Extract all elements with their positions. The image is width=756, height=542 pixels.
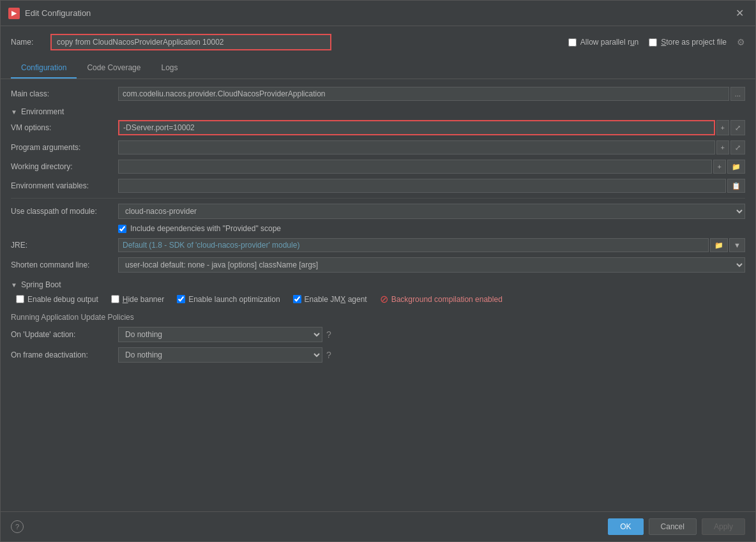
include-deps-row: Include dependencies with "Provided" sco…	[118, 224, 745, 233]
bottom-right: OK Cancel Apply	[608, 518, 745, 535]
on-frame-select[interactable]: Do nothing	[118, 347, 322, 363]
include-deps-label: Include dependencies with "Provided" sco…	[130, 224, 281, 233]
allow-parallel-row: Allow parallel run	[568, 38, 639, 47]
working-dir-browse-btn[interactable]: 📁	[727, 160, 745, 174]
jre-label: JRE:	[11, 241, 113, 250]
classpath-label: Use classpath of module:	[11, 207, 113, 216]
help-button[interactable]: ?	[11, 520, 24, 533]
ok-button[interactable]: OK	[608, 518, 643, 535]
enable-debug-checkbox[interactable]	[16, 295, 24, 303]
enable-debug-label: Enable debug output	[27, 295, 98, 304]
spring-boot-title: Spring Boot	[21, 280, 61, 289]
working-dir-add-btn[interactable]: +	[713, 160, 726, 174]
on-update-select-wrapper: Do nothing ?	[118, 327, 745, 342]
vm-options-expand2-btn[interactable]: ⤢	[730, 120, 745, 135]
bottom-bar: ? OK Cancel Apply	[1, 511, 755, 541]
spring-boot-arrow: ▼	[11, 282, 17, 289]
main-class-row: Main class: ...	[11, 87, 745, 101]
on-update-label: On 'Update' action:	[11, 330, 113, 339]
vm-options-row: VM options: + ⤢	[11, 120, 745, 135]
app-icon: ▶	[8, 8, 20, 19]
on-frame-select-wrapper: Do nothing ?	[118, 347, 745, 363]
hide-banner-label: Hide banner	[123, 295, 164, 304]
running-app-section: Running Application Update Policies On '…	[11, 313, 745, 363]
vm-options-label: VM options:	[11, 123, 113, 132]
enable-launch-option: Enable launch optimization	[177, 295, 280, 304]
jre-input-wrapper: 📁 ▼	[118, 238, 745, 252]
apply-button[interactable]: Apply	[702, 518, 745, 535]
running-app-title: Running Application Update Policies	[11, 313, 745, 322]
vm-options-input-wrapper: + ⤢	[118, 120, 745, 135]
working-dir-row: Working directory: + 📁	[11, 160, 745, 174]
bg-compilation-label: Background compilation enabled	[391, 295, 503, 304]
vm-options-input[interactable]	[118, 120, 715, 135]
working-dir-label: Working directory:	[11, 162, 113, 171]
working-dir-input-wrapper: + 📁	[118, 160, 745, 174]
on-update-select[interactable]: Do nothing	[118, 327, 322, 342]
jre-input[interactable]	[118, 238, 709, 252]
on-update-row: On 'Update' action: Do nothing ?	[11, 327, 745, 342]
separator-1	[11, 198, 745, 199]
close-button[interactable]: ✕	[732, 6, 748, 20]
store-project-checkbox[interactable]	[649, 38, 657, 47]
name-row: Name: Allow parallel run Store as projec…	[1, 26, 755, 58]
hide-banner-checkbox[interactable]	[111, 295, 119, 303]
environment-collapse-arrow: ▼	[11, 109, 17, 116]
name-input[interactable]	[50, 34, 331, 50]
enable-jmx-option: Enable JMX agent	[293, 295, 367, 304]
allow-parallel-checkbox[interactable]	[568, 38, 577, 47]
env-vars-input[interactable]	[118, 179, 726, 193]
environment-section-toggle[interactable]: ▼ Environment	[11, 107, 745, 116]
title-bar: ▶ Edit Configuration ✕	[1, 1, 755, 26]
env-vars-copy-btn[interactable]: 📋	[727, 179, 745, 193]
program-args-input[interactable]	[118, 140, 715, 154]
env-vars-row: Environment variables: 📋	[11, 179, 745, 193]
vm-options-expand-btn[interactable]: +	[716, 120, 729, 135]
jre-dropdown-btn[interactable]: ▼	[729, 238, 745, 252]
name-input-wrapper	[50, 34, 331, 50]
jre-row: JRE: 📁 ▼	[11, 238, 745, 252]
shorten-cmd-row: Shorten command line: user-local default…	[11, 257, 745, 273]
on-frame-help-icon[interactable]: ?	[326, 350, 331, 360]
dialog-title: Edit Configuration	[25, 8, 91, 18]
program-args-input-wrapper: + ⤢	[118, 140, 745, 154]
env-vars-input-wrapper: 📋	[118, 179, 745, 193]
cancel-button[interactable]: Cancel	[649, 518, 697, 535]
title-bar-left: ▶ Edit Configuration	[8, 8, 91, 19]
env-vars-label: Environment variables:	[11, 181, 113, 190]
enable-launch-checkbox[interactable]	[177, 295, 185, 303]
tab-code-coverage[interactable]: Code Coverage	[77, 58, 151, 79]
on-frame-label: On frame deactivation:	[11, 350, 113, 359]
jre-browse-btn[interactable]: 📁	[710, 238, 728, 252]
main-class-input-wrapper: ...	[118, 87, 745, 101]
store-project-row: Store as project file	[649, 38, 727, 47]
program-args-row: Program arguments: + ⤢	[11, 140, 745, 154]
classpath-row: Use classpath of module: cloud-nacos-pro…	[11, 204, 745, 219]
spring-boot-toggle[interactable]: ▼ Spring Boot	[11, 280, 745, 289]
program-args-label: Program arguments:	[11, 143, 113, 152]
tab-configuration[interactable]: Configuration	[11, 58, 77, 79]
main-class-input[interactable]	[118, 87, 729, 101]
on-update-help-icon[interactable]: ?	[326, 329, 331, 340]
main-class-label: Main class:	[11, 89, 113, 98]
include-deps-checkbox[interactable]	[118, 225, 126, 233]
shorten-cmd-select[interactable]: user-local default: none - java [options…	[118, 257, 745, 273]
program-args-add-btn[interactable]: +	[716, 140, 729, 154]
configuration-content: Main class: ... ▼ Environment VM options…	[1, 79, 755, 511]
classpath-select[interactable]: cloud-nacos-provider	[118, 204, 745, 219]
enable-jmx-label: Enable JMX agent	[305, 295, 367, 304]
main-class-browse-btn[interactable]: ...	[730, 87, 745, 101]
working-dir-input[interactable]	[118, 160, 712, 174]
on-frame-row: On frame deactivation: Do nothing ?	[11, 347, 745, 363]
bg-compilation-option: ⊘ Background compilation enabled	[380, 293, 503, 305]
gear-icon[interactable]: ⚙	[737, 37, 745, 47]
spring-boot-section: ▼ Spring Boot Enable debug output Hide b…	[11, 280, 745, 305]
program-args-expand-btn[interactable]: ⤢	[730, 140, 745, 154]
tabs-bar: Configuration Code Coverage Logs	[1, 58, 755, 79]
enable-debug-option: Enable debug output	[16, 295, 98, 304]
warning-icon: ⊘	[380, 293, 388, 305]
enable-jmx-checkbox[interactable]	[293, 295, 301, 303]
spring-boot-options: Enable debug output Hide banner Enable l…	[16, 293, 745, 305]
enable-launch-label: Enable launch optimization	[188, 295, 280, 304]
tab-logs[interactable]: Logs	[151, 58, 188, 79]
